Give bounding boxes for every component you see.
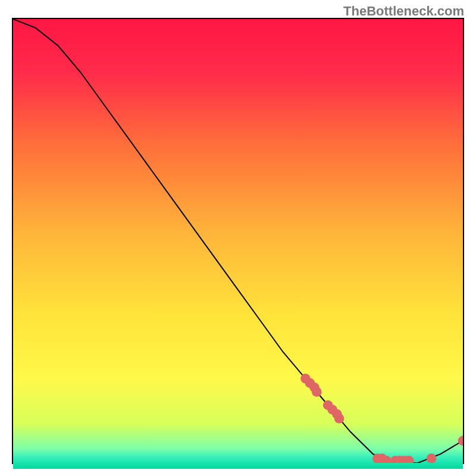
highlighted-points	[300, 374, 463, 463]
data-point	[312, 387, 322, 396]
data-point	[458, 436, 463, 445]
curve-layer	[13, 19, 463, 463]
chart-container: TheBottleneck.com	[0, 0, 476, 476]
watermark-text: TheBottleneck.com	[343, 4, 464, 19]
data-point	[334, 414, 345, 423]
plot-area	[12, 18, 464, 464]
data-point	[427, 453, 437, 463]
bottleneck-curve	[13, 19, 463, 463]
